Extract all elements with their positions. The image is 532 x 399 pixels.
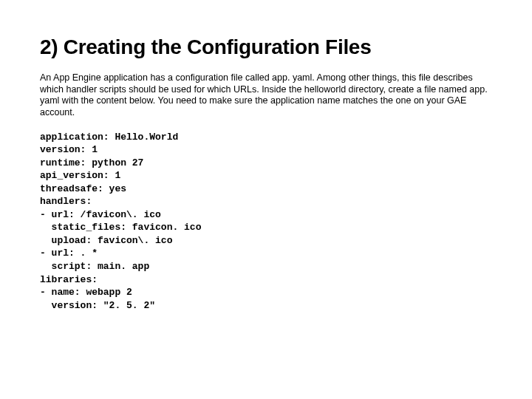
yaml-code-block: application: Hello.World version: 1 runt… xyxy=(40,131,492,313)
section-heading: 2) Creating the Configuration Files xyxy=(40,35,492,59)
intro-paragraph: An App Engine application has a configur… xyxy=(40,72,491,119)
